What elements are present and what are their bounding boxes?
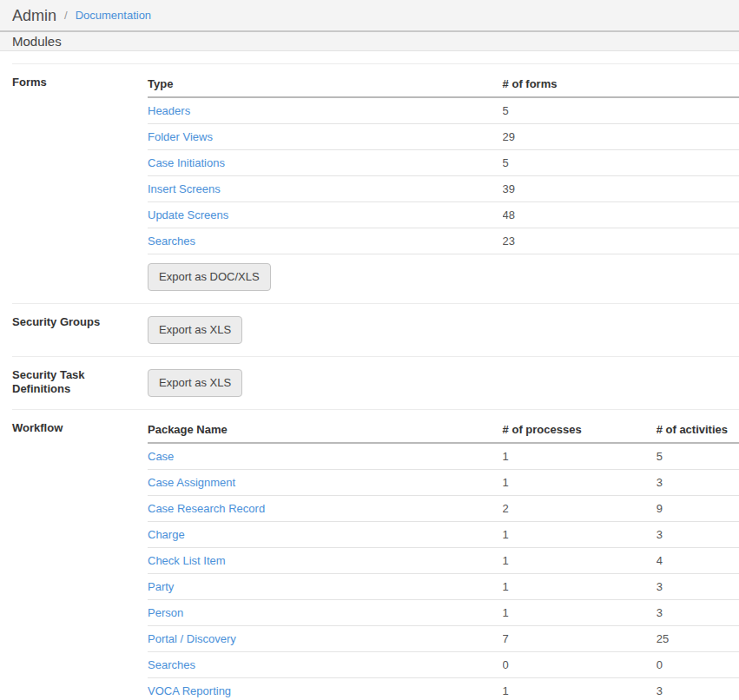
table-row: Charge 1 3 [148,522,739,548]
workflow-package-link[interactable]: Party [148,580,174,593]
workflow-activities-value: 3 [657,574,739,600]
forms-type-link[interactable]: Headers [148,104,190,117]
workflow-package-link[interactable]: Searches [148,658,195,671]
workflow-processes-value: 1 [503,522,657,548]
forms-type-link[interactable]: Insert Screens [148,182,221,195]
workflow-package-link[interactable]: Person [148,606,183,619]
table-row: VOCA Reporting 1 3 [148,678,739,700]
workflow-col-name: Package Name [148,419,503,443]
workflow-package-link[interactable]: Case [148,450,174,463]
security-groups-export-button[interactable]: Export as XLS [148,316,242,344]
forms-type-link[interactable]: Update Screens [148,208,228,221]
workflow-processes-value: 1 [503,443,657,470]
workflow-processes-value: 1 [503,600,657,626]
workflow-processes-value: 1 [503,574,657,600]
workflow-processes-value: 1 [503,548,657,574]
forms-count-value: 5 [503,97,739,124]
forms-table: Type # of forms Headers 5 Folder Views 2… [148,73,739,254]
breadcrumb: Admin / Documentation [0,0,739,32]
section-security-task-definitions: Security Task Definitions Export as XLS [12,356,739,409]
workflow-activities-value: 5 [657,443,739,470]
breadcrumb-page-link[interactable]: Documentation [76,9,151,22]
workflow-activities-value: 25 [657,626,739,652]
forms-type-link[interactable]: Searches [148,234,195,248]
workflow-col-activities: # of activities [657,419,739,443]
section-workflow-label: Workflow [12,419,148,435]
forms-count-value: 29 [503,124,739,150]
breadcrumb-section: Admin [12,8,56,23]
forms-col-count: # of forms [503,73,739,97]
breadcrumb-separator: / [64,9,68,22]
section-security-groups-label: Security Groups [12,313,148,329]
forms-table-header-row: Type # of forms [148,73,739,97]
workflow-activities-value: 3 [657,600,739,626]
workflow-package-link[interactable]: VOCA Reporting [148,684,231,697]
workflow-activities-value: 9 [657,496,739,522]
forms-type-link[interactable]: Case Initiations [148,156,225,169]
workflow-package-link[interactable]: Case Assignment [148,476,235,489]
workflow-processes-value: 7 [503,626,657,652]
forms-count-value: 23 [503,228,739,254]
workflow-col-processes: # of processes [503,419,657,443]
table-row: Insert Screens 39 [148,176,739,202]
workflow-activities-value: 3 [657,470,739,496]
workflow-activities-value: 0 [657,652,739,678]
table-row: Portal / Discovery 7 25 [148,626,739,652]
table-row: Person 1 3 [148,600,739,626]
workflow-activities-value: 4 [657,548,739,574]
table-row: Case Research Record 2 9 [148,496,739,522]
workflow-package-link[interactable]: Check List Item [148,554,226,567]
workflow-package-link[interactable]: Case Research Record [148,502,265,515]
workflow-package-link[interactable]: Portal / Discovery [148,632,236,645]
page-title: Modules [0,32,739,51]
forms-count-value: 48 [503,202,739,228]
table-row: Searches 23 [148,228,739,254]
table-row: Party 1 3 [148,574,739,600]
section-forms: Forms Type # of forms Headers 5 Folde [12,63,739,303]
table-row: Case Assignment 1 3 [148,470,739,496]
table-row: Update Screens 48 [148,202,739,228]
forms-export-button[interactable]: Export as DOC/XLS [148,263,271,291]
workflow-activities-value: 3 [657,522,739,548]
table-row: Headers 5 [148,97,739,124]
workflow-processes-value: 2 [503,496,657,522]
table-row: Searches 0 0 [148,652,739,678]
section-workflow: Workflow Package Name # of processes # o… [12,409,739,700]
forms-type-link[interactable]: Folder Views [148,130,213,143]
security-task-definitions-export-button[interactable]: Export as XLS [148,369,242,397]
section-forms-label: Forms [12,73,148,89]
forms-col-type: Type [148,73,503,97]
workflow-package-link[interactable]: Charge [148,528,185,541]
workflow-processes-value: 1 [503,678,657,700]
content-area: Forms Type # of forms Headers 5 Folde [0,51,739,700]
workflow-table: Package Name # of processes # of activit… [148,419,739,700]
table-row: Check List Item 1 4 [148,548,739,574]
forms-count-value: 39 [503,176,739,202]
workflow-table-header-row: Package Name # of processes # of activit… [148,419,739,443]
workflow-processes-value: 0 [503,652,657,678]
forms-count-value: 5 [503,150,739,176]
workflow-activities-value: 3 [657,678,739,700]
section-security-task-definitions-label: Security Task Definitions [12,366,148,396]
table-row: Case Initiations 5 [148,150,739,176]
section-security-groups: Security Groups Export as XLS [12,303,739,356]
table-row: Folder Views 29 [148,124,739,150]
workflow-processes-value: 1 [503,470,657,496]
table-row: Case 1 5 [148,443,739,470]
